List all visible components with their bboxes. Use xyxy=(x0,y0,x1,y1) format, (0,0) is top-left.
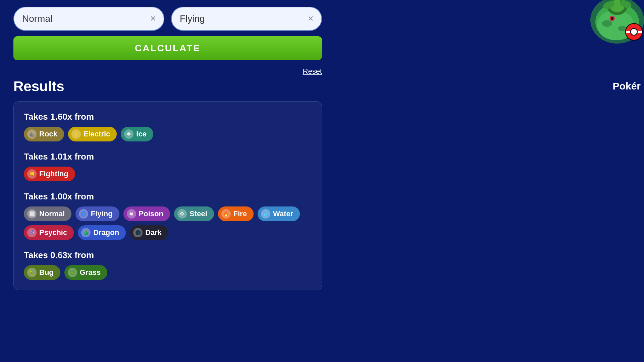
badge-grass: 🌿Grass xyxy=(64,265,107,280)
result-section-1: Takes 1.01x from👊Fighting xyxy=(24,152,312,181)
results-card: Takes 1.60x from🪨Rock⚡Electric❄IceTakes … xyxy=(13,101,322,290)
badge-fighting: 👊Fighting xyxy=(24,167,75,181)
psychic-icon: 🔮 xyxy=(27,228,37,237)
electric-icon: ⚡ xyxy=(71,129,81,139)
reset-row: Reset xyxy=(13,67,322,76)
ice-label: Ice xyxy=(136,130,147,138)
badge-normal: ⬜Normal xyxy=(24,206,71,221)
badge-fire: 🔥Fire xyxy=(218,206,254,221)
badges-row-1: 👊Fighting xyxy=(24,167,312,181)
type2-input[interactable] xyxy=(171,7,322,31)
svg-point-10 xyxy=(631,28,637,35)
grass-label: Grass xyxy=(80,268,101,277)
svg-point-6 xyxy=(611,17,613,20)
poison-icon: ☠ xyxy=(127,209,136,219)
dragon-icon: 🐉 xyxy=(81,228,91,237)
electric-label: Electric xyxy=(84,130,110,138)
bug-icon: 🐛 xyxy=(27,268,37,277)
steel-label: Steel xyxy=(190,209,207,218)
badge-rock: 🪨Rock xyxy=(24,127,64,141)
badge-flying: 🌀Flying xyxy=(75,206,119,221)
fire-icon: 🔥 xyxy=(221,209,231,219)
type2-wrapper: ✕ xyxy=(171,7,322,31)
results-heading: Results xyxy=(13,78,322,95)
type1-clear-button[interactable]: ✕ xyxy=(148,13,158,24)
ice-icon: ❄ xyxy=(124,129,133,139)
badges-row-3: 🐛Bug🌿Grass xyxy=(24,265,312,280)
badge-dark: 🌑Dark xyxy=(130,225,168,240)
svg-point-3 xyxy=(602,20,612,27)
flying-icon: 🌀 xyxy=(79,209,88,219)
badges-row-0: 🪨Rock⚡Electric❄Ice xyxy=(24,127,312,141)
type1-input[interactable] xyxy=(13,7,164,31)
result-title-1: Takes 1.01x from xyxy=(24,152,312,162)
steel-icon: ⚙ xyxy=(177,209,187,219)
reset-button[interactable]: Reset xyxy=(303,67,322,76)
dark-label: Dark xyxy=(145,228,162,237)
pokedex-label: Pokér xyxy=(613,80,641,92)
psychic-label: Psychic xyxy=(39,228,67,237)
dragon-label: Dragon xyxy=(93,228,119,237)
water-icon: 💧 xyxy=(261,209,270,219)
poison-label: Poison xyxy=(139,209,163,218)
result-title-3: Takes 0.63x from xyxy=(24,250,312,260)
badge-dragon: 🐉Dragon xyxy=(78,225,126,240)
normal-icon: ⬜ xyxy=(27,209,37,219)
fighting-label: Fighting xyxy=(39,170,68,178)
result-section-0: Takes 1.60x from🪨Rock⚡Electric❄Ice xyxy=(24,112,312,141)
water-label: Water xyxy=(273,209,293,218)
rock-label: Rock xyxy=(39,130,57,138)
badge-poison: ☠Poison xyxy=(123,206,170,221)
badge-ice: ❄Ice xyxy=(121,127,153,141)
badge-bug: 🐛Bug xyxy=(24,265,60,280)
type1-wrapper: ✕ xyxy=(13,7,164,31)
rock-icon: 🪨 xyxy=(27,129,37,139)
badge-steel: ⚙Steel xyxy=(174,206,214,221)
normal-label: Normal xyxy=(39,209,65,218)
dark-icon: 🌑 xyxy=(133,228,143,237)
type-inputs-row: ✕ ✕ xyxy=(13,7,322,31)
fighting-icon: 👊 xyxy=(27,169,37,179)
badge-psychic: 🔮Psychic xyxy=(24,225,74,240)
pokemon-decoration xyxy=(550,0,644,44)
flying-label: Flying xyxy=(91,209,113,218)
type2-clear-button[interactable]: ✕ xyxy=(305,13,316,24)
badge-water: 💧Water xyxy=(258,206,300,221)
calculate-button[interactable]: CALCULATE xyxy=(13,36,322,60)
result-title-2: Takes 1.00x from xyxy=(24,191,312,202)
result-section-2: Takes 1.00x from⬜Normal🌀Flying☠Poison⚙St… xyxy=(24,191,312,240)
svg-point-4 xyxy=(618,26,626,31)
result-title-0: Takes 1.60x from xyxy=(24,112,312,122)
result-section-3: Takes 0.63x from🐛Bug🌿Grass xyxy=(24,250,312,280)
grass-icon: 🌿 xyxy=(68,268,77,277)
fire-label: Fire xyxy=(233,209,247,218)
bug-label: Bug xyxy=(39,268,54,277)
badge-electric: ⚡Electric xyxy=(68,127,117,141)
badges-row-2: ⬜Normal🌀Flying☠Poison⚙Steel🔥Fire💧Water🔮P… xyxy=(24,206,312,240)
